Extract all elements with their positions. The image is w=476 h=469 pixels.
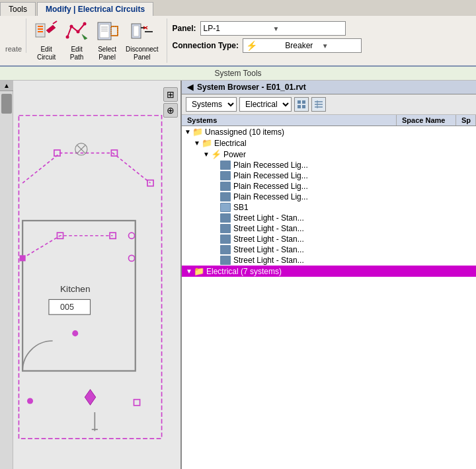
floorplan-area[interactable]: ▲ ▼ Kitchen 005 — [0, 81, 182, 469]
toggle-recessed1 — [211, 162, 220, 169]
ribbon-tabs: Tools Modify | Electrical Circuits — [0, 0, 476, 16]
panel-dropdown-arrow: ▼ — [273, 25, 342, 32]
toggle-recessed2 — [211, 172, 220, 180]
floorplan-vscroll[interactable]: ▲ ▼ — [0, 81, 13, 469]
label-street1: Street Light - Stan... — [233, 213, 304, 223]
edit-circuit-button[interactable]: EditCircuit — [32, 18, 61, 63]
tree-item-street3[interactable]: Street Light - Stan... — [182, 234, 476, 244]
edit-path-icon — [65, 20, 89, 44]
main-area: ▲ ▼ Kitchen 005 — [0, 81, 476, 469]
tree-item-street5[interactable]: Street Light - Stan... — [182, 255, 476, 266]
browser-toolbar: Systems Electrical — [182, 94, 476, 115]
edit-path-button[interactable]: EditPath — [62, 18, 91, 63]
panel-dropdown[interactable]: LP-1 ▼ — [200, 21, 346, 36]
edit-path-label: EditPath — [70, 46, 84, 61]
tree-item-recessed1[interactable]: Plain Recessed Lig... — [182, 160, 476, 170]
svg-point-33 — [129, 233, 135, 238]
svg-point-6 — [70, 25, 73, 28]
scroll-up-arrow[interactable]: ▲ — [0, 81, 13, 91]
disconnect-panel-label: DisconnectPanel — [126, 46, 158, 61]
toggle-street3 — [211, 236, 220, 243]
select-panel-button[interactable]: SelectPanel — [93, 18, 122, 63]
zoom-controls: ⊞ ⊕ — [163, 87, 178, 118]
svg-rect-45 — [302, 105, 305, 108]
label-recessed3: Plain Recessed Lig... — [233, 182, 308, 191]
system-tools-label: System Tools — [214, 69, 261, 78]
toggle-selected[interactable]: ▼ — [184, 268, 194, 275]
tree-item-power[interactable]: ▼ ⚡ Power — [182, 149, 476, 160]
toggle-power[interactable]: ▼ — [202, 151, 211, 158]
select-panel-icon — [95, 20, 119, 44]
disconnect-panel-button[interactable]: DisconnectPanel — [123, 18, 161, 63]
toggle-street2 — [211, 225, 220, 233]
connection-type-dropdown-arrow: ▼ — [322, 42, 358, 50]
label-street4: Street Light - Stan... — [233, 245, 304, 254]
tree-item-recessed2[interactable]: Plain Recessed Lig... — [182, 170, 476, 181]
tree-item-street2[interactable]: Street Light - Stan... — [182, 223, 476, 234]
svg-rect-14 — [111, 26, 118, 36]
scroll-thumb[interactable] — [1, 94, 12, 114]
tree-item-sb1[interactable]: SB1 — [182, 202, 476, 213]
device-icon-sb1 — [220, 203, 231, 212]
device-icon-street3 — [220, 234, 231, 244]
toggle-sb1 — [211, 204, 220, 211]
zoom-fit-button[interactable]: ⊞ — [163, 87, 178, 102]
col-sp: Sp — [456, 115, 476, 126]
svg-rect-43 — [302, 100, 305, 104]
toggle-recessed4 — [211, 194, 220, 201]
svg-marker-29 — [85, 390, 96, 405]
ribbon-right: Panel: LP-1 ▼ Connection Type: ⚡ Breaker… — [167, 18, 471, 55]
svg-point-31 — [72, 330, 78, 336]
room-number-text: 005 — [60, 303, 74, 312]
toggle-electrical[interactable]: ▼ — [192, 139, 202, 147]
power-icon: ⚡ — [211, 149, 221, 159]
svg-rect-44 — [298, 105, 301, 108]
device-icon-recessed2 — [220, 171, 231, 180]
label-street5: Street Light - Stan... — [233, 256, 304, 265]
device-icon-street1 — [220, 213, 231, 223]
tree-item-unassigned[interactable]: ▼ 📁 Unassigned (10 items) — [182, 126, 476, 137]
device-icon-recessed3 — [220, 182, 231, 191]
device-icon-street4 — [220, 245, 231, 254]
browser-icon-btn2[interactable] — [311, 97, 326, 112]
toggle-street5 — [211, 257, 220, 264]
zoom-in-button[interactable]: ⊕ — [163, 103, 178, 118]
device-icon-recessed4 — [220, 192, 231, 201]
connection-type-row: Connection Type: ⚡ Breaker ▼ — [173, 38, 465, 53]
tab-modify[interactable]: Modify | Electrical Circuits — [37, 2, 153, 16]
tree-item-selected-electrical[interactable]: ▼ 📁 Electrical (7 systems) — [182, 266, 476, 277]
panel-value: LP-1 — [204, 24, 273, 33]
label-sb1: SB1 — [233, 203, 249, 212]
browser-tree[interactable]: ▼ 📁 Unassigned (10 items) ▼ 📁 Electrical… — [182, 126, 476, 469]
browser-filter2[interactable]: Electrical — [239, 97, 292, 112]
svg-rect-39 — [134, 400, 139, 406]
tree-item-street4[interactable]: Street Light - Stan... — [182, 244, 476, 255]
system-tools-bar: System Tools — [0, 67, 476, 81]
browser-collapse-icon[interactable]: ◀ — [187, 83, 193, 92]
connection-type-dropdown[interactable]: ⚡ Breaker ▼ — [243, 38, 362, 53]
svg-point-32 — [129, 255, 135, 261]
svg-line-4 — [53, 21, 57, 24]
browser-icon-btn1[interactable] — [294, 97, 309, 112]
label-recessed4: Plain Recessed Lig... — [233, 192, 308, 201]
toggle-unassigned[interactable]: ▼ — [183, 128, 192, 135]
breaker-icon: ⚡ — [246, 40, 282, 51]
svg-rect-42 — [298, 100, 301, 104]
system-browser: ◀ System Browser - E01_01.rvt Systems El… — [182, 81, 476, 469]
label-selected: Electrical (7 systems) — [206, 267, 282, 276]
scroll-track — [0, 91, 13, 469]
folder-icon-selected: 📁 — [194, 266, 204, 276]
tab-tools[interactable]: Tools — [0, 2, 36, 16]
select-panel-label: SelectPanel — [98, 46, 116, 61]
browser-filter1[interactable]: Systems — [186, 97, 237, 112]
panel-row: Panel: LP-1 ▼ — [173, 21, 465, 36]
col-systems: Systems — [182, 115, 397, 126]
tree-item-street1[interactable]: Street Light - Stan... — [182, 213, 476, 223]
tree-item-electrical[interactable]: ▼ 📁 Electrical — [182, 137, 476, 149]
tree-item-recessed3[interactable]: Plain Recessed Lig... — [182, 181, 476, 192]
tree-item-recessed4[interactable]: Plain Recessed Lig... — [182, 192, 476, 202]
folder-icon-electrical: 📁 — [202, 138, 212, 148]
svg-point-8 — [83, 22, 87, 26]
svg-point-7 — [77, 30, 80, 34]
svg-point-30 — [27, 398, 33, 404]
